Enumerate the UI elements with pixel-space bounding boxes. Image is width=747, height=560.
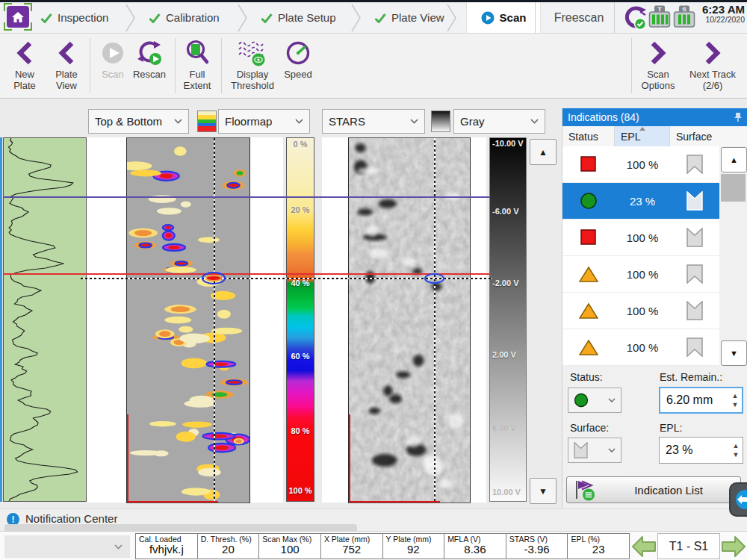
floormap-cursor-vline [214, 138, 215, 503]
stars-image[interactable] [348, 137, 471, 503]
step-calibration[interactable]: Calibration [144, 2, 224, 33]
right-view-value: STARS [329, 115, 365, 128]
indication-list-button[interactable]: Indication List [566, 476, 741, 503]
check-icon [40, 13, 52, 23]
purple-cursor-line [3, 196, 490, 198]
amber-triangle-status-icon [579, 302, 598, 320]
table-row[interactable]: 100 % [562, 329, 719, 366]
status-dropdown[interactable] [568, 388, 622, 413]
surface-top-icon [686, 337, 703, 357]
scroll-up-button[interactable]: ▲ [721, 147, 747, 172]
scroll-thumb[interactable] [721, 174, 746, 202]
toolbar-divider [631, 38, 632, 93]
battery-s-icon: S [673, 5, 695, 28]
scan-options-button[interactable]: Scan Options [635, 37, 681, 96]
full-extent-label: Full Extent [176, 69, 218, 91]
next-track-button[interactable]: Next Track (2/6) [684, 37, 741, 96]
right-palette-value: Gray [460, 115, 485, 128]
display-threshold-icon [238, 37, 267, 69]
clock: 6:23 AM 10/22/2020 [695, 4, 745, 24]
amplitude-strip[interactable] [3, 137, 87, 502]
percent-color-scale: 0 % 20 % 40 % 60 % 80 % 100 % [286, 137, 314, 502]
column-header-surface[interactable]: Surface [670, 126, 719, 146]
step-plate-setup[interactable]: Plate Setup [256, 2, 341, 33]
stars-cursor-vline [434, 138, 436, 503]
stars-red-edge [349, 414, 350, 503]
epl-cell: 100 % [615, 146, 670, 182]
scroll-down-button[interactable]: ▼ [721, 340, 747, 366]
floormap-image[interactable] [126, 137, 250, 503]
left-view-value: Top & Bottom [95, 115, 162, 128]
scale-label: -6.00 V [492, 207, 518, 216]
sort-asc-icon [639, 127, 645, 131]
right-palette-select[interactable]: Gray [453, 109, 545, 134]
floormap-red-edge [127, 414, 128, 503]
previous-track-arrow-button[interactable] [632, 535, 656, 559]
rescan-button[interactable]: Rescan [127, 37, 172, 96]
epl-spinner[interactable]: 23 % ▲▼ [659, 437, 743, 464]
new-plate-button[interactable]: New Plate [4, 37, 45, 96]
status-detail-label: Status: [570, 371, 603, 383]
epl-cell: 100 % [615, 329, 670, 365]
arrow-down-icon: ▼ [539, 486, 548, 497]
step-scan[interactable]: Scan [466, 2, 541, 33]
indications-scrollbar: ▲ ▼ [719, 146, 747, 366]
full-extent-button[interactable]: Full Extent [176, 37, 218, 96]
step-inspection[interactable]: Inspection [36, 2, 113, 33]
step-label: Plate Setup [278, 11, 336, 24]
est-remain-spinner[interactable]: 6.20 mm ▲▼ [659, 387, 743, 414]
indications-header: Indications (84) [562, 108, 747, 126]
table-row-selected[interactable]: 23 % [562, 183, 719, 220]
indication-list-label: Indication List [597, 484, 740, 497]
table-row[interactable]: 100 % [562, 220, 719, 256]
pin-icon[interactable] [734, 112, 743, 122]
right-view-select[interactable]: STARS [322, 109, 425, 134]
speed-label: Speed [284, 69, 312, 80]
arrow-left-icon [632, 535, 656, 558]
spin-up-icon[interactable]: ▲ [733, 443, 740, 449]
freescan-button[interactable]: Freescan [536, 2, 622, 33]
spin-down-icon[interactable]: ▼ [733, 452, 740, 458]
step-plate-view[interactable]: Plate View [370, 2, 449, 33]
display-threshold-button[interactable]: Display Threshold [223, 37, 282, 96]
toolbar-divider [221, 38, 222, 93]
surface-bottom-icon [686, 191, 703, 211]
table-row[interactable]: 100 % [562, 146, 719, 183]
scan-button[interactable]: Scan [94, 37, 131, 96]
table-row[interactable]: 100 % [562, 293, 719, 329]
status-cell [562, 183, 615, 219]
remote-access-icon[interactable] [729, 482, 747, 517]
speed-button[interactable]: Speed [278, 37, 318, 96]
left-view-select[interactable]: Top & Bottom [88, 109, 189, 134]
scale-label: 100 % [287, 486, 314, 495]
plate-view-label: Plate View [46, 69, 87, 91]
chevron-down-icon [174, 119, 182, 124]
epl-cell: 100 % [615, 293, 670, 329]
scale-label: 2.00 V [492, 350, 516, 359]
home-icon [11, 11, 25, 23]
surface-dropdown[interactable] [568, 438, 622, 463]
statusbar-readouts: Cal. Loadedfvhjvk.j D. Thresh. (%)20 Sca… [136, 533, 630, 559]
column-header-epl[interactable]: EPL [615, 126, 670, 146]
spin-down-icon[interactable]: ▼ [732, 402, 739, 408]
left-palette-select[interactable]: Floormap [218, 109, 310, 134]
next-track-arrow-button[interactable] [722, 535, 746, 559]
chevron-right-icon [648, 37, 669, 69]
statusbar-dropdown[interactable] [4, 535, 130, 558]
plate-view-button[interactable]: Plate View [46, 37, 87, 96]
viewer-scroll-down-button[interactable]: ▼ [530, 478, 557, 504]
step-label: Scan [500, 11, 527, 24]
scan-active-icon [481, 11, 495, 25]
epl-cell: 100 % [615, 220, 670, 255]
play-icon [101, 37, 125, 69]
surface-bottom-icon [686, 228, 703, 247]
table-row[interactable]: 100 % [562, 256, 719, 293]
check-icon [149, 13, 161, 23]
spin-up-icon[interactable]: ▲ [732, 393, 739, 399]
home-button[interactable] [5, 4, 31, 29]
column-header-status[interactable]: Status [562, 126, 615, 146]
viewer-scroll-up-button[interactable]: ▲ [530, 139, 557, 165]
amber-triangle-status-icon [579, 339, 598, 356]
arrow-up-icon: ▲ [730, 155, 738, 164]
epl-value: 23 % [660, 444, 729, 457]
